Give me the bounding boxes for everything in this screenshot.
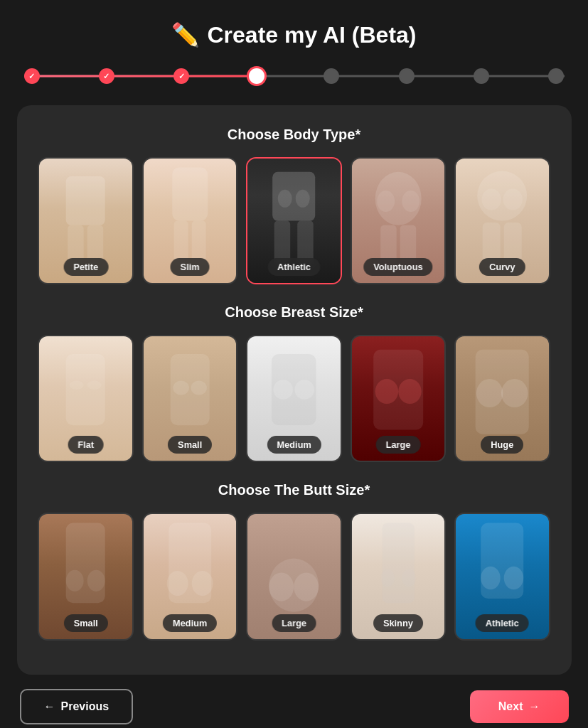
option-voluptuous[interactable]: Voluptuous — [351, 157, 446, 284]
option-butt-athletic[interactable]: Athletic — [454, 513, 550, 640]
option-butt-skinny[interactable]: Skinny — [351, 513, 446, 640]
svg-point-25 — [173, 381, 189, 395]
progress-steps: ✓ ✓ ✓ — [24, 68, 565, 84]
previous-button[interactable]: ← Previous — [20, 689, 134, 724]
svg-point-43 — [269, 573, 294, 601]
svg-rect-0 — [66, 176, 105, 225]
voluptuous-label: Voluptuous — [363, 258, 432, 276]
step-4[interactable] — [249, 68, 264, 84]
svg-point-23 — [87, 381, 102, 390]
butt-athletic-label: Athletic — [476, 614, 529, 632]
svg-point-31 — [375, 379, 398, 404]
svg-point-41 — [192, 571, 213, 596]
svg-point-18 — [503, 189, 523, 210]
petite-label: Petite — [63, 258, 108, 276]
step-6[interactable] — [399, 68, 415, 84]
arrow-right-icon: → — [529, 700, 540, 713]
svg-point-29 — [295, 380, 315, 400]
svg-point-38 — [87, 570, 105, 592]
option-curvy[interactable]: Curvy — [454, 157, 550, 284]
next-button[interactable]: Next → — [470, 690, 569, 723]
svg-point-17 — [482, 189, 502, 210]
butt-medium-label: Medium — [163, 614, 217, 632]
small-label: Small — [168, 436, 212, 454]
main-card: Choose Body Type* Petite Slim — [17, 105, 572, 675]
svg-rect-21 — [66, 354, 105, 425]
svg-point-49 — [481, 567, 501, 590]
butt-size-options: Small Medium Large — [38, 513, 550, 640]
option-petite[interactable]: Petite — [38, 157, 133, 284]
option-huge[interactable]: Huge — [454, 335, 550, 462]
svg-point-22 — [70, 381, 84, 390]
body-type-title: Choose Body Type* — [38, 127, 550, 143]
huge-label: Huge — [481, 436, 523, 454]
svg-point-12 — [377, 191, 395, 212]
option-butt-small[interactable]: Small — [38, 513, 133, 640]
svg-point-28 — [274, 380, 294, 400]
page-title: ✏️ Create my AI (Beta) — [171, 21, 416, 48]
svg-point-32 — [398, 379, 422, 404]
butt-large-label: Large — [272, 614, 316, 632]
option-flat[interactable]: Flat — [38, 335, 133, 462]
svg-point-8 — [296, 190, 310, 208]
svg-point-13 — [402, 191, 419, 212]
medium-label: Medium — [267, 436, 321, 454]
svg-point-50 — [504, 567, 524, 590]
option-butt-large[interactable]: Large — [246, 513, 341, 640]
option-medium[interactable]: Medium — [246, 335, 341, 462]
svg-point-7 — [278, 190, 292, 208]
svg-rect-45 — [382, 523, 414, 604]
breast-size-title: Choose Breast Size* — [38, 304, 550, 321]
body-type-options: Petite Slim At — [38, 157, 550, 284]
large-label: Large — [375, 436, 420, 454]
svg-point-26 — [191, 381, 207, 395]
step-5[interactable] — [324, 68, 339, 84]
svg-rect-3 — [172, 168, 208, 221]
arrow-left-icon: ← — [44, 700, 55, 713]
butt-skinny-label: Skinny — [373, 614, 423, 632]
option-large[interactable]: Large — [351, 335, 446, 462]
progress-bar: ✓ ✓ ✓ — [24, 68, 565, 84]
svg-point-46 — [380, 569, 395, 587]
athletic-label: Athletic — [267, 258, 321, 276]
svg-point-35 — [501, 379, 528, 407]
butt-small-label: Small — [64, 614, 108, 632]
svg-point-37 — [66, 570, 84, 592]
step-8[interactable] — [548, 68, 564, 84]
svg-point-40 — [167, 571, 188, 596]
option-butt-medium[interactable]: Medium — [142, 513, 237, 640]
svg-rect-36 — [66, 523, 105, 604]
svg-point-34 — [476, 379, 503, 407]
flat-label: Flat — [68, 436, 104, 454]
svg-point-47 — [402, 569, 416, 587]
curvy-label: Curvy — [479, 258, 525, 276]
option-slim[interactable]: Slim — [142, 157, 237, 284]
navigation: ← Previous Next → — [17, 689, 572, 724]
step-3[interactable]: ✓ — [173, 68, 189, 84]
breast-size-options: Flat Small Medium — [38, 335, 550, 462]
butt-size-title: Choose The Butt Size* — [38, 482, 550, 498]
step-7[interactable] — [474, 68, 489, 84]
step-2[interactable]: ✓ — [99, 68, 114, 84]
pencil-icon: ✏️ — [171, 21, 200, 48]
option-athletic[interactable]: Athletic — [246, 157, 341, 284]
step-1[interactable]: ✓ — [24, 68, 40, 84]
option-small[interactable]: Small — [142, 335, 237, 462]
slim-label: Slim — [171, 258, 210, 276]
svg-point-44 — [294, 573, 319, 601]
